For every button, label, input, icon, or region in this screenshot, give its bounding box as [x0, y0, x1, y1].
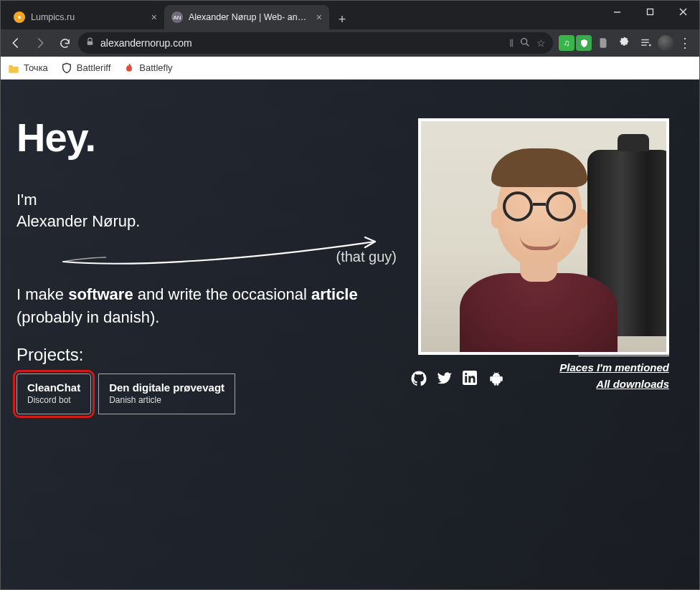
bookmarks-bar: Точка Battleriff Battlefly — [1, 57, 699, 80]
extension-adblock-icon[interactable] — [576, 35, 592, 51]
project-subtitle: Discord bot — [27, 395, 80, 405]
svg-point-13 — [465, 373, 467, 375]
close-icon[interactable]: × — [316, 11, 322, 23]
profile-photo — [418, 118, 669, 355]
titlebar: ● Lumpics.ru × AN Alexander Nørup | Web-… — [1, 1, 699, 29]
bookmark-label: Battlefly — [139, 62, 172, 73]
tab-strip: ● Lumpics.ru × AN Alexander Nørup | Web-… — [1, 1, 600, 29]
intro-text: I'm Alexander Nørup. — [16, 189, 389, 232]
zoom-icon[interactable] — [519, 37, 531, 50]
page-content: Hey. I'm Alexander Nørup. (that guy) I m… — [1, 80, 699, 414]
thatguy-label: (that guy) — [336, 249, 397, 265]
maximize-button[interactable] — [633, 1, 666, 22]
close-icon[interactable]: × — [151, 11, 157, 23]
bookmark-label: Battleriff — [77, 62, 110, 73]
android-icon[interactable] — [488, 371, 504, 386]
toolbar: alexandernorup.com ⦀ ☆ ♫ ⋮ — [1, 29, 699, 57]
project-card-cleanchat[interactable]: CleanChat Discord bot — [16, 373, 91, 414]
svg-point-10 — [649, 44, 651, 47]
browser-window: ● Lumpics.ru × AN Alexander Nørup | Web-… — [0, 0, 700, 590]
project-subtitle: Danish article — [109, 395, 224, 405]
project-card-provevagt[interactable]: Den digitale prøvevagt Danish article — [98, 373, 235, 414]
svg-rect-7 — [641, 39, 649, 41]
extension-readinglist-icon[interactable] — [636, 33, 656, 53]
linkedin-icon[interactable] — [463, 371, 478, 386]
tab-title: Alexander Nørup | Web- and soft — [189, 12, 311, 22]
projects-heading: Projects: — [16, 345, 389, 365]
browser-menu-button[interactable]: ⋮ — [675, 35, 695, 51]
flame-icon — [123, 62, 135, 74]
reload-button[interactable] — [54, 32, 75, 54]
bookmark-star-icon[interactable]: ☆ — [536, 37, 546, 49]
minimize-button[interactable] — [600, 1, 633, 22]
bookmark-battleriff[interactable]: Battleriff — [61, 62, 110, 74]
url-text: alexandernorup.com — [100, 37, 192, 49]
tab-alexandernorup[interactable]: AN Alexander Nørup | Web- and soft × — [164, 5, 329, 29]
window-controls — [600, 1, 699, 24]
twitter-icon[interactable] — [437, 371, 453, 386]
extension-evernote-icon[interactable] — [593, 33, 613, 53]
left-column: Hey. I'm Alexander Nørup. (that guy) I m… — [16, 114, 389, 414]
right-column: Send me an email Places I'm mentioned Al… — [411, 114, 669, 414]
svg-rect-8 — [641, 42, 649, 44]
address-bar[interactable]: alexandernorup.com ⦀ ☆ — [78, 32, 553, 54]
social-row — [411, 371, 504, 386]
tab-lumpics[interactable]: ● Lumpics.ru × — [6, 5, 164, 29]
page-viewport: Hey. I'm Alexander Nørup. (that guy) I m… — [1, 80, 699, 589]
back-button[interactable] — [5, 32, 27, 54]
profile-avatar[interactable] — [658, 35, 673, 51]
bookmark-tochka[interactable]: Точка — [8, 62, 48, 74]
extensions-puzzle-icon[interactable] — [615, 33, 635, 53]
folder-icon — [8, 62, 19, 74]
extension-music-icon[interactable]: ♫ — [559, 35, 574, 51]
arrow-annotation: (that guy) — [16, 236, 389, 270]
projects-list: CleanChat Discord bot Den digitale prøve… — [16, 373, 389, 414]
extensions-row: ♫ ⋮ — [556, 33, 695, 53]
shield-icon — [61, 62, 72, 74]
favicon-lumpics: ● — [14, 11, 25, 23]
intro-line2: Alexander Nørup. — [16, 211, 389, 232]
project-title: Den digitale prøvevagt — [109, 381, 224, 394]
favicon-an: AN — [171, 11, 183, 23]
new-tab-button[interactable]: + — [332, 9, 352, 29]
link-downloads[interactable]: All downloads — [559, 378, 669, 390]
page-heading: Hey. — [16, 114, 389, 161]
lock-icon — [85, 37, 95, 49]
svg-point-5 — [521, 38, 527, 44]
svg-rect-9 — [641, 44, 647, 46]
svg-line-6 — [526, 44, 529, 46]
svg-rect-4 — [88, 41, 93, 44]
description-text: I make software and write the occasional… — [16, 283, 389, 329]
link-mentions[interactable]: Places I'm mentioned — [559, 361, 669, 373]
bookmark-label: Точка — [24, 62, 48, 73]
svg-rect-12 — [465, 376, 467, 383]
close-window-button[interactable] — [666, 1, 699, 22]
github-icon[interactable] — [411, 371, 427, 386]
translate-icon[interactable]: ⦀ — [509, 37, 514, 49]
svg-rect-1 — [647, 9, 653, 14]
forward-button[interactable] — [29, 32, 51, 54]
project-title: CleanChat — [27, 381, 80, 394]
intro-line1: I'm — [16, 189, 389, 211]
bookmark-battlefly[interactable]: Battlefly — [123, 62, 172, 74]
tab-title: Lumpics.ru — [31, 12, 146, 22]
